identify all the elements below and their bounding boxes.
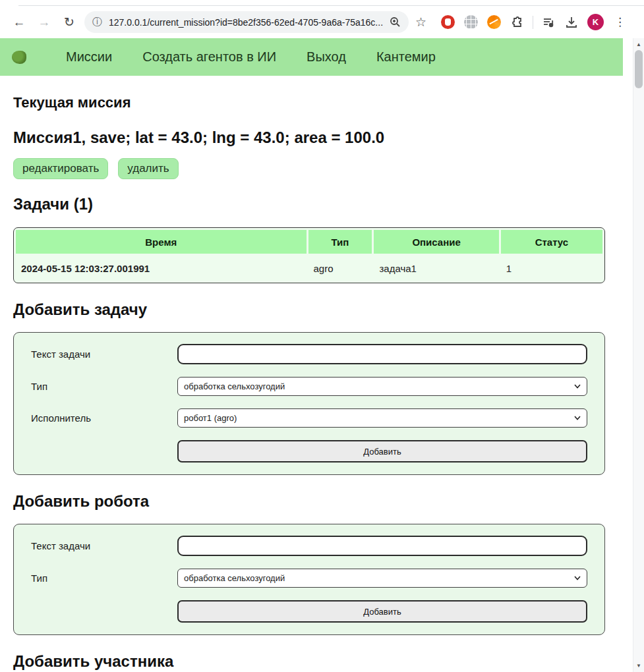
- col-header-time: Время: [16, 230, 307, 254]
- nav-username[interactable]: Кантемир: [376, 49, 436, 65]
- back-button[interactable]: ←: [9, 13, 29, 32]
- chevron-down-icon: [574, 576, 581, 580]
- browser-toolbar: ← → ↻ ⓘ 127.0.0.1/current_mission?id=8be…: [0, 6, 644, 38]
- toolbar-separator: [533, 16, 533, 29]
- page-info-icon[interactable]: ⓘ: [92, 16, 102, 28]
- reload-button[interactable]: ↻: [59, 13, 79, 32]
- add-robot-submit-button[interactable]: Добавить: [177, 600, 587, 623]
- mission-summary: Миссия1, save; lat = 43.0; lng = 43.0; a…: [13, 128, 605, 147]
- cell-type: agro: [308, 256, 372, 281]
- site-logo-icon[interactable]: [12, 51, 26, 64]
- profile-avatar[interactable]: K: [587, 14, 604, 30]
- robot-text-label: Текст задачи: [31, 540, 177, 551]
- address-bar[interactable]: ⓘ 127.0.0.1/current_mission?id=8be2f356-…: [84, 11, 409, 33]
- browser-menu-icon[interactable]: ⋮: [613, 15, 627, 29]
- task-executor-label: Исполнитель: [31, 412, 177, 424]
- task-type-select[interactable]: обработка сельхозугодий: [177, 377, 587, 396]
- nav-logout[interactable]: Выход: [307, 49, 346, 65]
- url-text[interactable]: 127.0.0.1/current_mission?id=8be2f356-62…: [109, 17, 384, 28]
- chevron-down-icon: [574, 416, 581, 420]
- nav-missions[interactable]: Миссии: [66, 49, 112, 65]
- col-header-type: Тип: [308, 230, 372, 254]
- task-type-selected: обработка сельхозугодий: [184, 381, 574, 391]
- page-scrollbar[interactable]: ▲ ▼: [633, 38, 644, 672]
- adblock-extension-icon[interactable]: [441, 15, 455, 29]
- col-header-status: Статус: [501, 230, 602, 254]
- task-text-label: Текст задачи: [31, 349, 177, 360]
- nav-create-ai-agents[interactable]: Создать агентов в ИИ: [142, 49, 276, 65]
- tasks-heading: Задачи (1): [13, 195, 605, 213]
- avast-extension-icon[interactable]: [487, 15, 501, 29]
- scroll-down-arrow-icon[interactable]: ▼: [633, 661, 644, 671]
- robot-type-selected: обработка сельхозугодий: [184, 573, 574, 583]
- cell-time: 2024-05-15 12:03:27.001991: [16, 256, 307, 281]
- scrollbar-thumb[interactable]: [635, 50, 643, 88]
- robot-text-input[interactable]: [177, 536, 587, 556]
- downloads-icon[interactable]: [565, 16, 578, 29]
- table-header-row: Время Тип Описание Статус: [16, 230, 602, 254]
- media-controls-icon[interactable]: [542, 16, 556, 28]
- table-row: 2024-05-15 12:03:27.001991 agro задача1 …: [16, 256, 602, 281]
- forward-button[interactable]: →: [34, 13, 54, 32]
- tab-strip: [0, 0, 644, 6]
- extensions-puzzle-icon[interactable]: [510, 16, 523, 29]
- globe-extension-icon[interactable]: [464, 15, 478, 29]
- col-header-description: Описание: [374, 230, 498, 254]
- task-type-label: Тип: [31, 381, 177, 392]
- add-task-submit-button[interactable]: Добавить: [177, 440, 587, 462]
- add-robot-heading: Добавить робота: [13, 492, 605, 511]
- cell-status: 1: [501, 256, 602, 281]
- add-member-heading: Добавить участника: [13, 652, 605, 671]
- site-navbar: Миссии Создать агентов в ИИ Выход Кантем…: [0, 38, 623, 76]
- cell-description: задача1: [374, 256, 498, 281]
- tasks-table: Время Тип Описание Статус 2024-05-15 12:…: [13, 227, 605, 283]
- task-executor-selected: робот1 (agro): [184, 413, 574, 423]
- edit-mission-button[interactable]: редактировать: [13, 158, 108, 179]
- robot-type-select[interactable]: обработка сельхозугодий: [177, 569, 587, 588]
- page-content: Текущая миссия Миссия1, save; lat = 43.0…: [0, 76, 633, 671]
- chevron-down-icon: [574, 384, 581, 389]
- task-executor-select[interactable]: робот1 (agro): [177, 408, 587, 428]
- bookmark-star-icon[interactable]: ☆: [415, 14, 426, 30]
- delete-mission-button[interactable]: удалить: [118, 158, 178, 179]
- add-robot-form: Текст задачи Тип обработка сельхозугодий…: [13, 524, 605, 635]
- mission-actions: редактировать удалить: [13, 158, 605, 179]
- zoom-indicator-icon[interactable]: [390, 16, 401, 28]
- scroll-up-arrow-icon[interactable]: ▲: [633, 40, 644, 49]
- task-text-input[interactable]: [177, 344, 587, 364]
- add-task-heading: Добавить задачу: [13, 300, 605, 319]
- page-title: Текущая миссия: [13, 94, 605, 111]
- robot-type-label: Тип: [31, 573, 177, 584]
- add-task-form: Текст задачи Тип обработка сельхозугодий…: [13, 332, 605, 475]
